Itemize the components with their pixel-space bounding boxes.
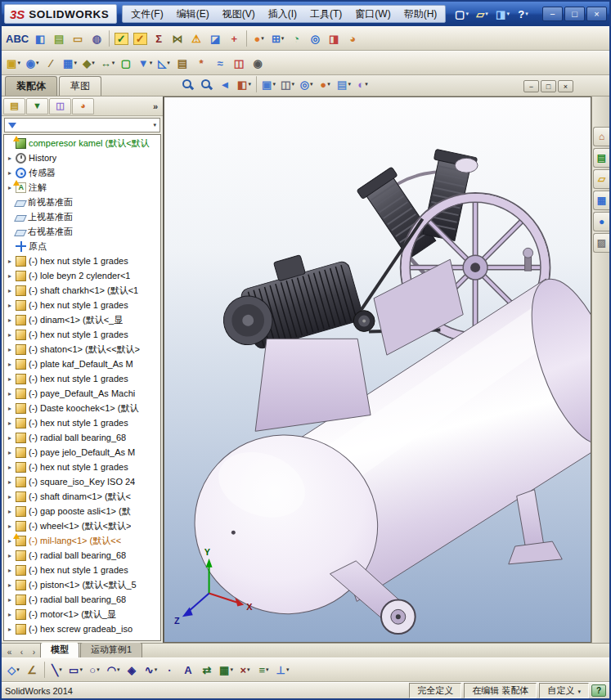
menu-item[interactable]: 插入(I): [262, 6, 303, 22]
separator[interactable]: [256, 76, 257, 92]
displaymanager-tab[interactable]: ◕: [72, 98, 94, 114]
tree-item[interactable]: ▸ (-) gap pooste asli<1> (默: [4, 504, 160, 518]
home-tab[interactable]: ⌂: [593, 127, 609, 146]
expand-arrow-icon[interactable]: ▸: [7, 596, 13, 604]
sketch-relations-button[interactable]: ⊥ ▾: [273, 660, 292, 680]
expand-arrow-icon[interactable]: ▸: [7, 523, 13, 530]
linear-sketch-pattern-button[interactable]: ▦ ▾: [217, 660, 236, 680]
spline-button[interactable]: ∿ ▾: [142, 660, 160, 680]
expand-arrow-icon[interactable]: ▸: [7, 258, 13, 265]
window-minimize-button[interactable]: −: [542, 7, 563, 21]
text-button[interactable]: A: [179, 660, 198, 680]
expand-arrow-icon[interactable]: ▸: [7, 272, 13, 280]
status-help-icon[interactable]: ?: [591, 684, 606, 697]
tree-item[interactable]: ▸ (-) mil-lang<1> (默认<<: [4, 533, 160, 548]
reference-geometry-button[interactable]: ◺ ▾: [155, 53, 173, 73]
tree-item[interactable]: ▸ (-) radial ball bearing_68: [4, 592, 160, 607]
mass-properties-button[interactable]: ◍: [88, 29, 106, 48]
check-active-document-button[interactable]: ✓: [112, 29, 131, 48]
move-component-button[interactable]: ↔ ▾: [98, 53, 117, 73]
view-settings-button[interactable]: ◐ ▾: [353, 74, 372, 94]
insert-components-button[interactable]: ▣ ▾: [4, 53, 23, 73]
tree-item[interactable]: ▸ (-) hex screw gradeab_iso: [4, 621, 160, 636]
menu-item[interactable]: 编辑(E): [170, 6, 216, 22]
tree-item[interactable]: ▸ (-) hex nut style 1 grades: [4, 415, 160, 430]
edit-appearance-button[interactable]: ● ▾: [316, 74, 335, 94]
menu-item[interactable]: 工具(T): [303, 6, 348, 22]
custom-properties-tab[interactable]: ▨: [593, 233, 609, 253]
expand-arrow-icon[interactable]: ▸: [7, 169, 13, 177]
expand-arrow-icon[interactable]: ▸: [7, 478, 13, 486]
tree-item[interactable]: ▸ (-) radial ball bearing_68: [4, 548, 160, 563]
expand-arrow-icon[interactable]: ▸: [7, 626, 13, 633]
tree-item[interactable]: ▸ 传感器: [4, 165, 160, 180]
expand-arrow-icon[interactable]: ▸: [7, 405, 13, 412]
tree-item[interactable]: ▸ 注解: [4, 180, 160, 195]
expand-arrow-icon[interactable]: ▸: [7, 316, 13, 324]
command-tab[interactable]: 装配体: [5, 76, 57, 96]
tab-scroll-button[interactable]: ‹: [16, 648, 28, 657]
tree-item[interactable]: ▸ (-) motor<1> (默认_显: [4, 607, 160, 621]
tables-button[interactable]: ⊞ ▾: [268, 29, 287, 48]
help-button[interactable]: ? ▾: [514, 4, 532, 24]
tree-item[interactable]: ▸ (-) paye_Default_As Machi: [4, 386, 160, 401]
section-view-button[interactable]: ◧ ▾: [235, 74, 254, 94]
balance-button[interactable]: ⋈: [168, 29, 187, 48]
tree-item[interactable]: ▸ (-) paye jelo_Default_As M: [4, 445, 160, 460]
smart-dimension-button[interactable]: ∠: [23, 660, 42, 680]
mirror-entities-button[interactable]: ⇄: [198, 660, 217, 680]
separator[interactable]: [246, 30, 247, 47]
tree-item[interactable]: ▸ (-) plate kaf_Default_As M: [4, 357, 160, 371]
tree-item[interactable]: 上视基准面: [4, 209, 160, 224]
section-properties-button[interactable]: ◪: [206, 29, 225, 48]
circle-button[interactable]: ○ ▾: [85, 660, 104, 680]
featuremanager-tree-tab[interactable]: ▤: [3, 98, 25, 114]
render-tools-button[interactable]: ◕: [344, 29, 362, 48]
bill-of-materials-button[interactable]: ▤: [173, 53, 192, 73]
expand-arrow-icon[interactable]: ▸: [7, 449, 13, 456]
propertymanager-tab[interactable]: ▼: [26, 98, 48, 114]
apply-scene-button[interactable]: ▤ ▾: [335, 74, 353, 94]
hide-show-items-button[interactable]: ◎ ▾: [297, 74, 316, 94]
tree-item[interactable]: ▸ (-) hex nut style 1 grades: [4, 298, 160, 312]
polygon-button[interactable]: ◈: [123, 660, 142, 680]
expand-arrow-icon[interactable]: ▸: [7, 331, 13, 339]
interference-detection-button[interactable]: ◫: [230, 53, 249, 73]
tree-item[interactable]: comperesor kamel (默认<默认: [4, 136, 160, 150]
motor-pedestal[interactable]: [255, 339, 371, 431]
expand-arrow-icon[interactable]: ▸: [7, 581, 13, 589]
tree-item[interactable]: ▸ (-) dinam<1> (默认<_显: [4, 312, 160, 327]
rear-leg[interactable]: [509, 490, 562, 564]
warning-review-button[interactable]: ⚠: [187, 29, 206, 48]
view-orientation-button[interactable]: ▣ ▾: [259, 74, 278, 94]
point-button[interactable]: ∙: [160, 660, 179, 680]
show-hidden-components-button[interactable]: ▢: [117, 53, 136, 73]
move-rotate-button[interactable]: +: [225, 29, 244, 48]
tree-item[interactable]: ▸ (-) hex nut style 1 grades: [4, 254, 160, 268]
tree-item[interactable]: ▸ (-) square_iso_Key ISO 24: [4, 474, 160, 489]
tree-item[interactable]: ▸ (-) hex nut style 1 grades: [4, 563, 160, 577]
mate-button[interactable]: ◉ ▾: [23, 53, 42, 73]
appearances-scenes-tab[interactable]: ●: [593, 212, 609, 231]
open-document-button[interactable]: ▱ ▾: [473, 4, 492, 24]
expand-arrow-icon[interactable]: ▸: [7, 493, 13, 500]
display-style-button[interactable]: ◫ ▾: [278, 74, 297, 94]
expand-arrow-icon[interactable]: ▸: [7, 567, 13, 574]
tree-item[interactable]: ▸ History: [4, 150, 160, 165]
check-feature-button[interactable]: ◎: [306, 29, 325, 48]
window-restore-button[interactable]: □: [564, 7, 585, 21]
line-button[interactable]: ╲ ▾: [47, 660, 66, 680]
separator[interactable]: [44, 662, 45, 678]
tree-item[interactable]: ▸ (-) wheel<1> (默认<默认>: [4, 518, 160, 533]
configurationmanager-tab[interactable]: ◫: [49, 98, 71, 114]
edit-appearance-button[interactable]: ● ▾: [249, 29, 268, 48]
expand-arrow-icon[interactable]: ▸: [7, 302, 13, 309]
tab-scroll-button[interactable]: ›: [28, 648, 40, 657]
sketch-picture-button[interactable]: ▤: [50, 29, 69, 48]
view-palette-tab[interactable]: ▦: [593, 191, 609, 210]
linear-component-pattern-button[interactable]: ▦ ▾: [61, 53, 79, 73]
document-minimize-button[interactable]: −: [523, 80, 539, 92]
window-close-button[interactable]: ×: [586, 7, 607, 21]
trim-entities-button[interactable]: × ▾: [236, 660, 254, 680]
model-canvas[interactable]: Y X Z: [164, 97, 591, 642]
